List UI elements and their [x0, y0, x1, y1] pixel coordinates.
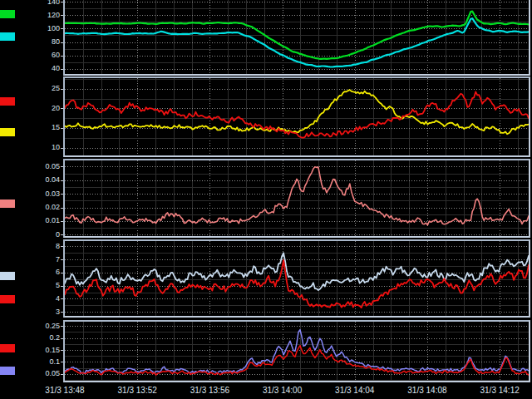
gridlines — [65, 160, 529, 236]
x-tick-label: 31/3 13:48 — [45, 386, 84, 395]
y-tick-mark — [61, 234, 63, 235]
y-tick-mark — [61, 180, 63, 181]
x-tick-label: 31/3 14:12 — [480, 386, 519, 395]
legend-swatch-cyan-pen[interactable] — [0, 32, 15, 41]
plot-area-4[interactable] — [65, 241, 529, 316]
y-tick-label: 0.04 — [22, 175, 60, 185]
legend-swatch-salmon-pen[interactable] — [0, 200, 15, 208]
y-tick-label: 0.03 — [22, 190, 60, 199]
chart-panel-1 — [63, 0, 530, 76]
x-tick-label: 31/3 13:56 — [190, 386, 229, 395]
y-tick-label: 4 — [22, 294, 60, 303]
y-tick-label: 0.1 — [22, 357, 60, 367]
x-tick-label: 31/3 14:08 — [407, 386, 446, 395]
y-tick-label: 80 — [22, 37, 60, 47]
y-tick-mark — [61, 56, 63, 57]
y-tick-label: 40 — [22, 64, 60, 73]
y-tick-mark — [61, 166, 63, 167]
trace-red-pen — [65, 91, 529, 137]
chart-panel-3 — [63, 159, 530, 238]
y-tick-mark — [61, 326, 63, 327]
x-tick-label: 31/3 14:00 — [263, 386, 302, 395]
legend-swatch-periwinkle-pen[interactable] — [0, 367, 15, 375]
legend-swatch-lightblue-pen[interactable] — [0, 272, 15, 280]
y-tick-label: 0.2 — [22, 333, 60, 342]
y-tick-label: 0.01 — [22, 216, 60, 225]
y-tick-mark — [61, 374, 63, 375]
gridlines — [65, 241, 529, 316]
y-tick-label: 0.25 — [22, 322, 60, 331]
y-tick-mark — [61, 338, 63, 339]
trend-strip-chart-window: 140120100806040252015100.050.040.030.020… — [0, 0, 532, 399]
legend-swatch-red3-pen[interactable] — [0, 344, 15, 352]
y-tick-label: 0.05 — [22, 162, 60, 171]
legend-swatch-yellow-pen[interactable] — [0, 128, 15, 136]
y-tick-mark — [61, 221, 63, 222]
plot-area-2[interactable] — [65, 78, 529, 155]
y-tick-mark — [61, 259, 63, 260]
legend-swatch-green-pen[interactable] — [0, 10, 15, 18]
y-tick-label: 60 — [22, 51, 60, 60]
y-tick-mark — [61, 15, 63, 16]
y-tick-mark — [61, 312, 63, 313]
y-tick-label: 8 — [22, 242, 60, 251]
trace-salmon-pen — [65, 167, 529, 225]
y-tick-label: 0 — [22, 230, 60, 239]
x-tick-label: 31/3 13:52 — [118, 386, 157, 395]
y-tick-label: 0.02 — [22, 203, 60, 212]
plot-area-5[interactable] — [65, 322, 529, 381]
y-tick-mark — [61, 69, 63, 70]
legend-swatch-red-pen[interactable] — [0, 97, 15, 106]
y-tick-mark — [61, 246, 63, 247]
plot-area-1[interactable] — [65, 0, 529, 74]
y-tick-mark — [61, 2, 63, 2]
y-tick-mark — [61, 28, 63, 29]
y-tick-mark — [61, 42, 63, 43]
x-tick-label: 31/3 14:04 — [335, 386, 374, 395]
y-tick-mark — [61, 273, 63, 273]
gridlines — [65, 78, 529, 155]
y-tick-mark — [61, 89, 63, 90]
y-tick-mark — [61, 298, 63, 299]
y-tick-label: 6 — [22, 268, 60, 277]
trace-lightblue-pen — [65, 253, 529, 290]
y-tick-label: 20 — [22, 104, 60, 113]
plot-area-3[interactable] — [65, 160, 529, 236]
y-tick-mark — [61, 208, 63, 209]
y-tick-label: 15 — [22, 123, 60, 132]
y-tick-label: 5 — [22, 281, 60, 290]
y-tick-mark — [61, 194, 63, 195]
gridlines — [65, 0, 529, 74]
y-tick-label: 7 — [22, 255, 60, 264]
y-tick-label: 25 — [22, 84, 60, 93]
y-tick-mark — [61, 148, 63, 149]
chart-panel-5 — [63, 320, 530, 382]
y-tick-mark — [61, 350, 63, 351]
y-tick-label: 140 — [22, 0, 60, 7]
chart-panel-2 — [63, 76, 530, 157]
chart-panel-4 — [63, 239, 530, 318]
y-tick-mark — [61, 286, 63, 287]
y-tick-label: 3 — [22, 308, 60, 317]
y-tick-label: 100 — [22, 24, 60, 33]
y-tick-mark — [61, 362, 63, 362]
y-tick-label: 10 — [22, 143, 60, 152]
trace-red2-pen — [65, 260, 529, 308]
y-tick-label: 0.15 — [22, 346, 60, 355]
y-tick-label: 0.05 — [22, 369, 60, 378]
legend-swatch-red2-pen[interactable] — [0, 295, 15, 303]
y-tick-mark — [61, 128, 63, 129]
y-tick-label: 120 — [22, 11, 60, 20]
y-tick-mark — [61, 108, 63, 109]
